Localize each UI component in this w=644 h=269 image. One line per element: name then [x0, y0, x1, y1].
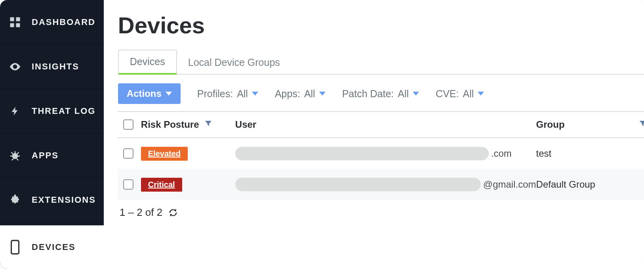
pager-text: 1 – 2 of 2: [120, 206, 162, 219]
sidebar-item-label: EXTENSIONS: [32, 195, 96, 205]
tab-label: Local Device Groups: [188, 57, 280, 68]
column-user-label: User: [235, 119, 256, 130]
bolt-icon: [8, 105, 22, 117]
table-header: Risk Posture User Group: [118, 112, 644, 138]
chevron-down-icon: [478, 92, 484, 96]
chevron-down-icon: [252, 92, 258, 96]
group-value: test: [536, 148, 552, 159]
column-group-label: Group: [536, 119, 634, 130]
select-all-checkbox[interactable]: [123, 119, 133, 130]
user-suffix: .com: [491, 148, 512, 159]
filter-apps[interactable]: Apps: All: [275, 88, 326, 100]
redacted-user: [235, 178, 481, 191]
page-title: Devices: [118, 12, 644, 38]
svg-point-4: [14, 65, 16, 67]
sidebar-item-label: APPS: [32, 150, 59, 161]
sidebar-item-extensions[interactable]: EXTENSIONS: [0, 178, 104, 222]
risk-badge-critical[interactable]: Critical: [141, 178, 182, 192]
sidebar-item-label: DASHBOARD: [32, 17, 95, 27]
group-value: Default Group: [536, 179, 595, 190]
svg-point-5: [12, 153, 18, 159]
tabs: Devices Local Device Groups: [118, 50, 644, 75]
filter-icon[interactable]: [638, 119, 644, 130]
sidebar-item-label: INSIGHTS: [32, 61, 79, 72]
filter-bar: Actions Profiles: All Apps: All Patch Da…: [118, 83, 644, 104]
actions-button[interactable]: Actions: [118, 83, 181, 104]
tab-devices[interactable]: Devices: [118, 50, 177, 75]
sidebar-item-insights[interactable]: INSIGHTS: [0, 44, 104, 89]
filter-profiles[interactable]: Profiles: All: [197, 88, 258, 100]
eye-icon: [8, 60, 22, 73]
row-checkbox[interactable]: [123, 179, 133, 190]
grid-icon: [8, 16, 22, 28]
tab-local-device-groups[interactable]: Local Device Groups: [177, 51, 291, 74]
chevron-down-icon: [166, 92, 172, 96]
column-risk-label: Risk Posture: [141, 119, 199, 130]
svg-rect-0: [10, 17, 14, 21]
actions-label: Actions: [127, 88, 162, 99]
svg-rect-1: [16, 17, 20, 21]
chevron-down-icon: [413, 92, 419, 96]
svg-rect-6: [11, 240, 19, 254]
svg-rect-2: [10, 23, 14, 27]
refresh-icon[interactable]: [168, 208, 178, 218]
filter-patch-date[interactable]: Patch Date: All: [342, 88, 419, 100]
sidebar-item-label: DEVICES: [32, 242, 76, 252]
table-row[interactable]: Elevated .com test: [118, 138, 644, 169]
bug-icon: [8, 150, 22, 161]
devices-table: Risk Posture User Group: [118, 111, 644, 200]
row-checkbox[interactable]: [123, 148, 133, 159]
pager: 1 – 2 of 2: [118, 206, 644, 219]
chevron-down-icon: [319, 92, 326, 96]
sidebar-item-apps[interactable]: APPS: [0, 133, 104, 178]
main-content: Devices Devices Local Device Groups Acti…: [104, 0, 644, 269]
device-icon: [8, 240, 22, 255]
puzzle-icon: [8, 194, 22, 206]
svg-rect-3: [16, 23, 20, 27]
risk-badge-elevated[interactable]: Elevated: [141, 147, 188, 161]
sidebar-item-label: THREAT LOG: [32, 106, 95, 116]
redacted-user: [235, 147, 489, 160]
table-row[interactable]: Critical @gmail.com Default Group: [118, 169, 644, 200]
tab-label: Devices: [130, 56, 165, 67]
sidebar-item-dashboard[interactable]: DASHBOARD: [0, 0, 104, 44]
filter-icon[interactable]: [204, 119, 213, 130]
user-suffix: @gmail.com: [483, 179, 536, 190]
sidebar-item-threatlog[interactable]: THREAT LOG: [0, 89, 104, 133]
filter-cve[interactable]: CVE: All: [436, 88, 484, 100]
